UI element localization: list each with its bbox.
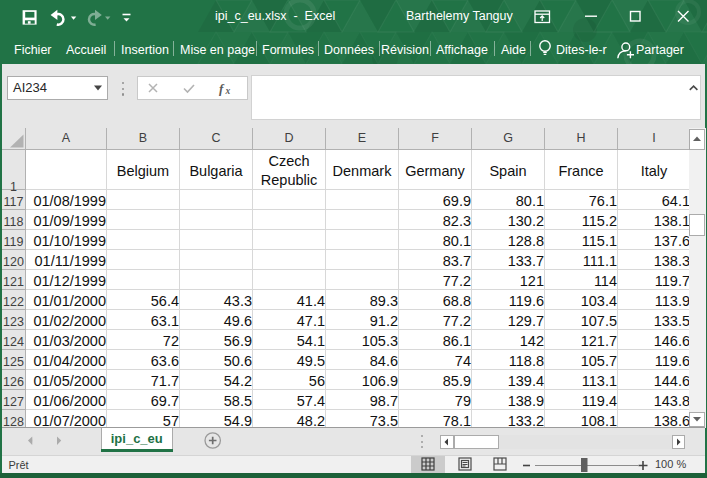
- svg-text:f: f: [219, 81, 225, 96]
- svg-text:x: x: [225, 86, 231, 96]
